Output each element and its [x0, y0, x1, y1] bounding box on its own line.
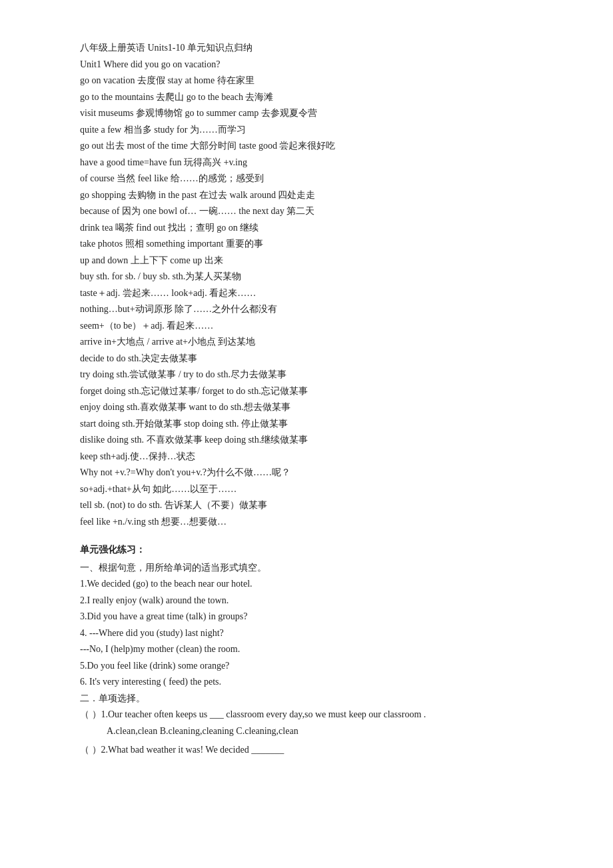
- vocab-line: enjoy doing sth.喜欢做某事 want to do sth.想去做…: [80, 399, 533, 416]
- choice-block: （ ）1.Our teacher often keeps us ___ clas…: [80, 707, 533, 759]
- vocab-line: dislike doing sth. 不喜欢做某事 keep doing sth…: [80, 432, 533, 449]
- vocab-line: have a good time=have fun 玩得高兴 +v.ing: [80, 155, 533, 171]
- vocab-line: buy sth. for sb. / buy sb. sth.为某人买某物: [80, 269, 533, 285]
- vocab-line: visit museums 参观博物馆 go to summer camp 去参…: [80, 105, 533, 122]
- vocab-line: nothing…but+动词原形 除了……之外什么都没有: [80, 301, 533, 318]
- fill-blank-item: 1.We decided (go) to the beach near our …: [80, 576, 533, 593]
- choice-question: （ ）1.Our teacher often keeps us ___ clas…: [80, 707, 533, 723]
- fill-blank-item: 6. It's very interesting ( feed) the pet…: [80, 674, 533, 691]
- vocab-line: drink tea 喝茶 find out 找出；查明 go on 继续: [80, 220, 533, 237]
- vocab-line: taste＋adj. 尝起来…… look+adj. 看起来……: [80, 285, 533, 302]
- part1-title: 一、根据句意，用所给单词的适当形式填空。: [80, 560, 533, 577]
- vocab-line: seem+（to be）＋adj. 看起来……: [80, 318, 533, 335]
- vocab-line: go on vacation 去度假 stay at home 待在家里: [80, 73, 533, 89]
- vocab-line: Why not +v.?=Why don't you+v.?为什么不做……呢？: [80, 465, 533, 481]
- vocab-line: start doing sth.开始做某事 stop doing sth. 停止…: [80, 416, 533, 433]
- vocab-line: take photos 照相 something important 重要的事: [80, 236, 533, 253]
- main-content: 八年级上册英语 Units1-10 单元知识点归纳 Unit1 Where di…: [80, 40, 533, 759]
- fill-blank-item: 3.Did you have a great time (talk) in gr…: [80, 609, 533, 625]
- vocab-line: up and down 上上下下 come up 出来: [80, 253, 533, 269]
- vocab-line: forget doing sth.忘记做过某事/ forget to do st…: [80, 383, 533, 400]
- fill-blank-item: 5.Do you feel like (drink) some orange?: [80, 658, 533, 675]
- section-exercise-title: 单元强化练习：: [80, 542, 533, 559]
- unit1-title: Unit1 Where did you go on vacation?: [80, 57, 533, 73]
- vocab-line: so+adj.+that+从句 如此……以至于……: [80, 481, 533, 498]
- vocab-line: feel like +n./v.ing sth 想要…想要做…: [80, 514, 533, 531]
- fill-blank-item: 2.I really enjoy (walk) around the town.: [80, 593, 533, 609]
- fill-blank-block: 1.We decided (go) to the beach near our …: [80, 576, 533, 691]
- choice-item: （ ）1.Our teacher often keeps us ___ clas…: [80, 707, 533, 739]
- vocab-block: go on vacation 去度假 stay at home 待在家里go t…: [80, 73, 533, 530]
- fill-blank-item: ---No, I (help)my mother (clean) the roo…: [80, 641, 533, 658]
- vocab-line: go to the mountains 去爬山 go to the beach …: [80, 89, 533, 106]
- choice-options: A.clean,clean B.cleaning,cleaning C.clea…: [80, 723, 533, 740]
- vocab-line: tell sb. (not) to do sth. 告诉某人（不要）做某事: [80, 497, 533, 514]
- choice-item: （ ）2.What bad weather it was! We decided…: [80, 742, 533, 759]
- fill-blank-item: 4. ---Where did you (study) last night?: [80, 625, 533, 642]
- choice-question: （ ）2.What bad weather it was! We decided…: [80, 742, 533, 759]
- vocab-line: try doing sth.尝试做某事 / try to do sth.尽力去做…: [80, 367, 533, 383]
- vocab-line: because of 因为 one bowl of… 一碗…… the next…: [80, 203, 533, 220]
- part2-title: 二．单项选择。: [80, 691, 533, 707]
- page-title: 八年级上册英语 Units1-10 单元知识点归纳: [80, 40, 533, 57]
- vocab-line: keep sth+adj.使…保持…状态: [80, 449, 533, 465]
- vocab-line: arrive in+大地点 / arrive at+小地点 到达某地: [80, 334, 533, 351]
- vocab-line: go shopping 去购物 in the past 在过去 walk aro…: [80, 187, 533, 204]
- vocab-line: decide to do sth.决定去做某事: [80, 351, 533, 367]
- vocab-line: go out 出去 most of the time 大部分时间 taste g…: [80, 138, 533, 155]
- vocab-line: quite a few 相当多 study for 为……而学习: [80, 122, 533, 139]
- vocab-line: of course 当然 feel like 给……的感觉；感受到: [80, 171, 533, 187]
